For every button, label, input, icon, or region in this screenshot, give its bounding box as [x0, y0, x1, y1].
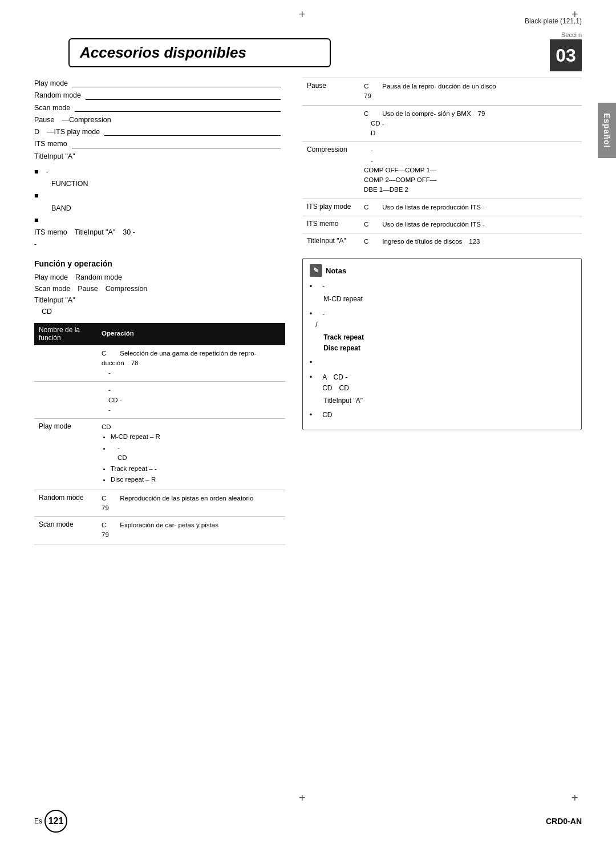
table-row: C Selección de una gama de repetición de…	[34, 345, 285, 382]
note-sub-2: Track repeatDisc repeat	[323, 332, 364, 354]
notas-header: ✎ Notas	[310, 264, 574, 277]
table-op-cell: C Pausa de la repro- ducción de un disco…	[359, 78, 582, 106]
page-title: Accesorios disponibles	[80, 44, 319, 62]
funcion-intro1: Play mode Random mode	[34, 272, 285, 283]
table-op-cell: C Ingreso de títulos de discos 123	[359, 233, 582, 251]
page-number: 121	[44, 810, 67, 833]
section-number: 03	[550, 39, 582, 71]
bullet-band-row: ■	[34, 190, 285, 202]
section-label: Secci n	[561, 31, 582, 38]
table-header-fn: Nombre de la función	[34, 323, 97, 345]
note-item-3	[310, 357, 574, 368]
table-fn-cell: Random mode	[34, 490, 97, 517]
table-row: ITS memo C Uso de listas de reproducción…	[302, 216, 582, 233]
note-item-4: A CD - CD CD TitleInput "A"	[310, 372, 574, 407]
section-badge: Secci n 03	[550, 31, 582, 71]
feature-its-memo: ITS memo	[34, 138, 285, 150]
footer-es: Es 121	[34, 810, 67, 833]
right-table: Pause C Pausa de la repro- ducción de un…	[302, 78, 582, 250]
list-item: M-CD repeat – R	[111, 432, 281, 442]
list-item: Track repeat – -	[111, 464, 281, 474]
its-memo-line: ITS memo TitleInput "A" 30 -	[34, 227, 285, 239]
feature-play-mode: Play mode	[34, 78, 285, 90]
note-sub-4: TitleInput "A"	[323, 395, 363, 406]
bullet3-row: ■	[34, 215, 285, 227]
dash-line: -	[34, 239, 285, 251]
table-op-cell: - - COMP OFF—COMP 1— COMP 2—COMP OFF— DB…	[359, 142, 582, 199]
band-label: BAND	[51, 203, 285, 215]
funcion-intro3: TitleInput "A"	[34, 294, 285, 306]
notas-icon: ✎	[310, 264, 322, 277]
feature-random-mode: Random mode	[34, 90, 285, 102]
title-area: Accesorios disponibles	[34, 33, 582, 67]
crosshair-top	[301, 13, 315, 26]
table-fn-cell: Scan mode	[34, 517, 97, 544]
table-header-op: Operación	[97, 323, 285, 345]
table-row: Compression - - COMP OFF—COMP 1— COMP 2—…	[302, 142, 582, 199]
list-item: Disc repeat – R	[111, 475, 281, 484]
title-bar: Accesorios disponibles	[68, 38, 331, 67]
bullet-function-row: ■ -	[34, 166, 285, 178]
table-row: TitleInput "A" C Ingreso de títulos de d…	[302, 233, 582, 251]
notas-content: - M-CD repeat - / Track repeatDisc repea…	[310, 281, 574, 421]
es-label: Es	[34, 817, 42, 825]
funcion-title: Función y operación	[34, 259, 285, 268]
footer: Es 121 CRD0-AN	[0, 810, 616, 833]
table-fn-cell: Play mode	[34, 419, 97, 490]
note-item-1: - M-CD repeat	[310, 281, 574, 305]
feature-title-input: TitleInput "A"	[34, 151, 285, 163]
espanol-tab: Español	[598, 103, 616, 158]
crosshair-top-right	[574, 13, 587, 26]
table-fn-cell: TitleInput "A"	[302, 233, 359, 251]
crosshair-bottom	[301, 796, 315, 810]
table-op-cell: C Selección de una gama de repetición de…	[97, 345, 285, 382]
table-row: C Uso de la compre- sión y BMX 79 CD - D	[302, 105, 582, 142]
function-table: Nombre de la función Operación C Selecci…	[34, 323, 285, 544]
table-fn-cell	[302, 105, 359, 142]
table-op-cell: C Reproducción de las pistas en orden al…	[97, 490, 285, 517]
list-item: - CD	[111, 443, 281, 463]
table-row: Scan mode C Exploración de car- petas y …	[34, 517, 285, 544]
notas-box: ✎ Notas - M-CD repeat -	[302, 258, 582, 430]
funcion-intro: Play mode Random mode Scan mode Pause Co…	[34, 272, 285, 317]
table-row: Pause C Pausa de la repro- ducción de un…	[302, 78, 582, 106]
feature-d-its: D —ITS play mode	[34, 126, 285, 138]
table-row: Random mode C Reproducción de las pistas…	[34, 490, 285, 517]
table-row: - CD - -	[34, 382, 285, 419]
function-label: FUNCTION	[51, 178, 285, 190]
note-item-5: CD	[310, 410, 574, 421]
table-row: ITS play mode C Uso de listas de reprodu…	[302, 199, 582, 216]
table-op-cell: CD M-CD repeat – R - CD Track repeat – -…	[97, 419, 285, 490]
main-content: Play mode Random mode Scan mode Pause —C…	[34, 78, 582, 544]
table-fn-cell: ITS memo	[302, 216, 359, 233]
funcion-intro2: Scan mode Pause Compression	[34, 283, 285, 294]
feature-pause: Pause —Compression	[34, 114, 285, 126]
left-column: Play mode Random mode Scan mode Pause —C…	[34, 78, 285, 544]
funcion-intro4: CD	[34, 306, 285, 317]
table-fn-cell: ITS play mode	[302, 199, 359, 216]
page-container: Black plate (121,1) Secci n 03 Accesorio…	[0, 0, 616, 844]
crosshair-bottom-right	[574, 796, 587, 810]
footer-model: CRD0-AN	[546, 817, 582, 826]
table-op-cell: C Exploración de car- petas y pistas 79	[97, 517, 285, 544]
table-row: Play mode CD M-CD repeat – R - CD Track …	[34, 419, 285, 490]
right-column: Pause C Pausa de la repro- ducción de un…	[302, 78, 582, 544]
table-fn-cell	[34, 345, 97, 382]
note-item-2: - / Track repeatDisc repeat	[310, 309, 574, 354]
table-op-cell: C Uso de la compre- sión y BMX 79 CD - D	[359, 105, 582, 142]
feature-list: Play mode Random mode Scan mode Pause —C…	[34, 78, 285, 251]
play-mode-bullets: M-CD repeat – R - CD Track repeat – - Di…	[102, 432, 281, 484]
notas-label: Notas	[326, 266, 346, 275]
table-fn-cell	[34, 382, 97, 419]
table-op-cell: - CD - -	[97, 382, 285, 419]
table-op-cell: C Uso de listas de reproducción ITS -	[359, 199, 582, 216]
table-fn-cell: Compression	[302, 142, 359, 199]
note-sub-1: M-CD repeat	[323, 294, 363, 305]
table-fn-cell: Pause	[302, 78, 359, 106]
feature-scan-mode: Scan mode	[34, 102, 285, 114]
table-op-cell: C Uso de listas de reproducción ITS -	[359, 216, 582, 233]
